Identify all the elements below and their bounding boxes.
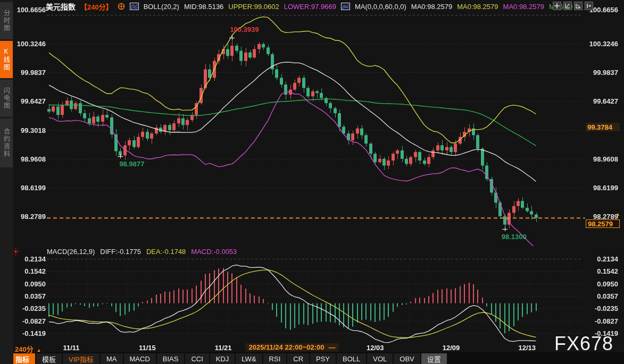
pan-right-icon[interactable] xyxy=(585,2,593,10)
ma0-white-value: MA0:98.2579 xyxy=(411,3,452,11)
period-label: 【240分】 xyxy=(80,2,113,12)
toolbar-btn-psy[interactable]: PSY xyxy=(310,353,336,364)
toolbar-btn-obv[interactable]: OBV xyxy=(394,353,420,364)
boll-upper-value: UPPER:99.0602 xyxy=(228,3,279,11)
toolbar-btn-bias[interactable]: BIAS xyxy=(157,353,185,364)
toolbar-btn-lw[interactable]: LW& xyxy=(236,353,262,364)
axis-tick-label: 0.2134 xyxy=(597,255,618,263)
indicator-toolbar: 指标 模板 VIP指标 MA MACD BIAS CCI KDJ LW& RSI… xyxy=(10,353,447,364)
macd-diff-value: DIFF:-0.1775 xyxy=(100,248,141,256)
toolbar-btn-settings[interactable]: 设置 xyxy=(421,353,447,364)
low-price-annotation-1: 98.9877 xyxy=(119,160,144,168)
boll-indicator-icon[interactable] xyxy=(130,3,139,10)
toolbar-btn-ma[interactable]: MA xyxy=(101,353,123,364)
toolbar-btn-cr[interactable]: CR xyxy=(287,353,309,364)
toolbar-btn-vip-indicator[interactable]: VIP指标 xyxy=(63,353,99,364)
axis-tick-label: 0.0950 xyxy=(597,280,618,288)
macd-name: MACD(26,12,9) xyxy=(47,248,95,256)
boll-mid-value: MID:98.5136 xyxy=(184,3,223,11)
axis-tick-label: 98.9608 xyxy=(21,155,46,163)
symbol-title: 美元指数 xyxy=(46,1,76,12)
date-label: 11/11 xyxy=(63,344,79,352)
date-label: 12/09 xyxy=(443,344,460,352)
ma-name: MA(0,0,0,60,0,0) xyxy=(355,3,406,11)
toolbar-btn-kdj[interactable]: KDJ xyxy=(210,353,235,364)
time-axis-row: 240分▲ 11/1111/1511/2112/0312/0912/13 202… xyxy=(0,344,624,353)
boll-lower-value: LOWER:97.9669 xyxy=(284,3,336,11)
chart-header: 美元指数 【240分】 BOLL(20,2) MID:98.5136 UPPER… xyxy=(46,2,573,11)
period-selector[interactable]: 240分▲ xyxy=(15,344,41,354)
axis-tick-label: 99.6427 xyxy=(21,97,46,105)
crosshair-move-icon[interactable] xyxy=(553,2,561,10)
axis-tick-label: 100.3246 xyxy=(17,40,46,48)
main-price-axis-left: 100.6656100.324699.983799.642799.301898.… xyxy=(20,0,46,244)
settle-price-badge: 99.3784 xyxy=(586,123,620,131)
axis-scale-left-icon[interactable] xyxy=(563,2,572,10)
axis-tick-label: -0.0827 xyxy=(22,317,46,325)
low-price-annotation-2: 98.1300 xyxy=(502,233,527,241)
macd-axis-left: 0.21340.15420.09500.0357-0.0235-0.0827-0… xyxy=(20,250,46,345)
cursor-dash: — xyxy=(329,343,336,351)
axis-tick-label: 0.1542 xyxy=(24,267,46,275)
toolbar-btn-boll[interactable]: BOLL xyxy=(337,353,366,364)
crosshair-circle-icon[interactable] xyxy=(118,3,125,10)
last-price-badge: 98.2579 xyxy=(586,219,620,228)
price-chart-canvas[interactable] xyxy=(13,0,624,352)
chart-toolbar-icons xyxy=(553,2,593,10)
toolbar-btn-cci[interactable]: CCI xyxy=(185,353,209,364)
high-price-annotation: 100.3939 xyxy=(230,26,259,33)
cursor-time-label: 2025/11/24 22:00~02:00— xyxy=(245,343,338,351)
axis-tick-label: 99.9837 xyxy=(21,69,46,77)
axis-tick-label: 0.0950 xyxy=(24,280,46,288)
axis-tick-label: -0.0827 xyxy=(595,317,618,325)
axis-tick-label: 99.9837 xyxy=(593,69,618,77)
axis-tick-label: 98.6199 xyxy=(593,184,618,192)
date-label: 11/15 xyxy=(139,344,156,352)
date-label: 12/13 xyxy=(519,344,536,352)
toolbar-btn-macd[interactable]: MACD xyxy=(124,353,156,364)
axis-tick-label: 99.3018 xyxy=(21,126,46,134)
axis-tick-label: 100.3246 xyxy=(589,40,618,48)
sidebar-tab-lightning[interactable]: 闪电图 xyxy=(0,80,13,117)
date-label: 11/21 xyxy=(215,344,232,352)
macd-dea-value: DEA:-0.1748 xyxy=(146,248,186,256)
toolbar-btn-vol[interactable]: VOL xyxy=(367,353,393,364)
period-arrow-icon: ▲ xyxy=(37,348,41,353)
price-scale-arrow-icon[interactable]: ▲ xyxy=(615,212,620,216)
date-label: 12/03 xyxy=(367,344,384,352)
toolbar-btn-template[interactable]: 模板 xyxy=(36,353,62,364)
sidebar-tab-contract-info[interactable]: 合约资料 xyxy=(0,118,13,167)
axis-tick-label: 0.0357 xyxy=(24,292,46,300)
toolbar-btn-indicator[interactable]: 指标 xyxy=(10,353,35,364)
axis-tick-label: 0.1542 xyxy=(597,267,618,275)
axis-tick-label: 0.2134 xyxy=(24,255,46,263)
sidebar-tab-candlestick[interactable]: K线图 xyxy=(0,41,13,78)
axis-tick-label: -0.1419 xyxy=(22,329,46,337)
axis-tick-label: 98.9608 xyxy=(593,155,618,163)
axis-tick-label: 100.6656 xyxy=(589,6,618,14)
axis-tick-label: 100.6656 xyxy=(17,6,46,14)
left-sidebar: 分时图 K线图 闪电图 合约资料 xyxy=(0,0,13,364)
axis-tick-label: 98.2789 xyxy=(21,213,46,221)
fx678-watermark: FX678 xyxy=(554,333,613,355)
axis-tick-label: 0.0357 xyxy=(597,292,618,300)
ma0-magenta-value: MA0:98.2579 xyxy=(503,3,544,11)
macd-axis-right: 0.21340.15420.09500.0357-0.0235-0.0827-0… xyxy=(586,250,620,345)
axis-scale-right-icon[interactable] xyxy=(574,2,583,10)
axis-tick-label: 98.6199 xyxy=(21,184,46,192)
axis-tick-label: 99.6427 xyxy=(593,97,618,105)
axis-tick-label: -0.0235 xyxy=(22,304,46,312)
toolbar-btn-rsi[interactable]: RSI xyxy=(263,353,287,364)
sidebar-tab-timeline[interactable]: 分时图 xyxy=(0,2,13,39)
boll-name: BOLL(20,2) xyxy=(144,3,179,11)
ma-indicator-icon[interactable] xyxy=(341,3,350,10)
macd-header: MACD(26,12,9) DIFF:-0.1775 DEA:-0.1748 M… xyxy=(47,248,237,256)
axis-tick-label: -0.0235 xyxy=(595,304,618,312)
main-price-axis-right: 100.6656100.324699.983799.642798.960898.… xyxy=(586,0,620,244)
ma0-yellow-value: MA0:98.2579 xyxy=(457,3,498,11)
macd-macd-value: MACD:-0.0053 xyxy=(191,248,237,256)
